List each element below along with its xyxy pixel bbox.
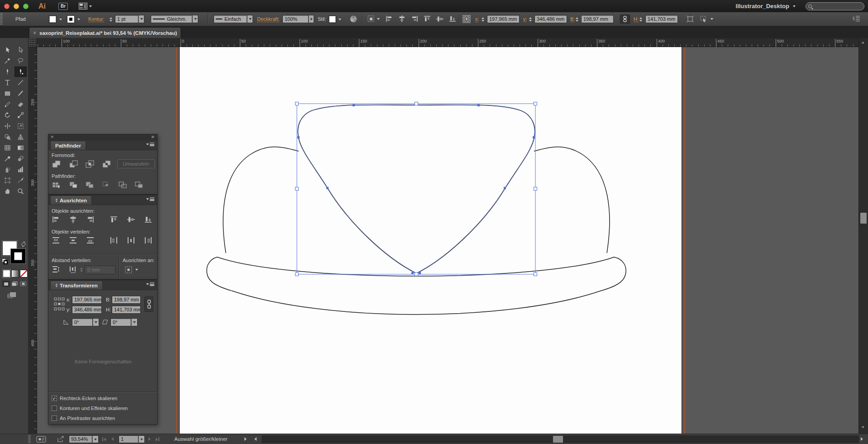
eraser-tool[interactable] [14, 99, 27, 110]
stroke-weight-stepper[interactable] [109, 15, 113, 23]
reference-point-locator-icon[interactable] [54, 297, 65, 311]
x-field[interactable]: 197,965 mm [487, 15, 520, 23]
scale-rect-corners-checkbox[interactable]: ✓ [52, 396, 57, 401]
chevron-down-icon[interactable] [377, 18, 380, 20]
panel-menu-icon[interactable] [146, 197, 154, 201]
isolate-selected-icon[interactable] [367, 15, 376, 23]
height-label[interactable]: H: [634, 16, 639, 22]
first-artboard-button[interactable] [102, 437, 106, 441]
chevron-down-icon[interactable] [793, 5, 796, 7]
style-swatch[interactable] [329, 15, 336, 23]
pathfinder-outline-button[interactable] [118, 181, 127, 189]
workspace-name[interactable]: Illustrator_Desktop [736, 3, 789, 10]
tab-close-icon[interactable]: × [33, 30, 36, 36]
draw-normal-mode-button[interactable] [2, 281, 10, 287]
transform-tab[interactable]: Transformieren [50, 281, 103, 290]
scale-strokes-effects-checkbox[interactable] [52, 406, 57, 411]
collapse-panels-icon[interactable]: » [151, 134, 154, 140]
slice-tool[interactable] [14, 175, 27, 186]
transform-x-field[interactable]: 197,965 mm [72, 296, 102, 304]
mesh-tool[interactable] [1, 143, 14, 153]
panel-expander-icon[interactable] [55, 198, 58, 202]
menubar-search-field[interactable] [806, 2, 864, 10]
hat-artwork[interactable] [37, 47, 858, 434]
transform-height-field[interactable]: 141,703 mm [112, 306, 141, 314]
align-right-button[interactable] [86, 216, 94, 223]
rotate-angle-dropdown[interactable] [93, 318, 99, 326]
align-pixel-grid-label[interactable]: An Pixelraster ausrichten [60, 415, 115, 421]
pathfinder-divide-button[interactable] [52, 181, 61, 189]
artboard-tool[interactable] [1, 175, 14, 186]
panel-menu-icon[interactable] [146, 282, 154, 286]
align-tab[interactable]: Ausrichten [50, 196, 92, 205]
horizontal-scroll-thumb[interactable] [553, 436, 563, 443]
pencil-tool[interactable] [1, 99, 14, 110]
align-bottom-button[interactable] [449, 15, 456, 22]
swap-fill-stroke-icon[interactable] [20, 241, 27, 247]
document-tab[interactable]: × saxoprint_Reiseplakat.ai* bei 93,54 % … [29, 27, 181, 38]
vertical-scroll-thumb[interactable] [860, 213, 867, 224]
align-horizontal-center-button[interactable] [398, 15, 405, 22]
y-stepper[interactable] [528, 15, 533, 23]
stroke-dropdown-icon[interactable] [77, 19, 80, 20]
rotate-tool[interactable] [1, 110, 14, 120]
distribute-left-button[interactable] [110, 237, 118, 244]
distribute-horizontal-center-button[interactable] [127, 237, 135, 244]
shear-angle-field[interactable]: 0° [110, 318, 131, 326]
default-fill-stroke-icon[interactable] [2, 258, 8, 264]
distribute-vertical-space-button[interactable] [52, 266, 60, 273]
brush-dropdown[interactable] [247, 15, 253, 23]
panel-expander-icon[interactable] [55, 283, 58, 287]
distribute-horizontal-space-button[interactable] [69, 266, 77, 273]
x-stepper[interactable] [481, 15, 485, 23]
paintbrush-tool[interactable] [14, 88, 27, 99]
stroke-weight-label[interactable]: Kontur: [88, 16, 104, 22]
draw-inside-mode-button[interactable] [19, 281, 27, 287]
window-zoom-button[interactable] [23, 4, 29, 9]
y-label[interactable]: y: [523, 16, 527, 22]
width-tool[interactable] [1, 121, 14, 131]
width-field[interactable]: 198,97 mm [581, 15, 614, 23]
spacing-field[interactable]: 0 mm [85, 266, 115, 274]
align-bottom-button[interactable] [144, 216, 152, 223]
stroke-weight-field[interactable]: 1 pt [115, 15, 138, 23]
previous-artboard-button[interactable] [111, 437, 114, 441]
bridge-button[interactable]: Br [58, 3, 68, 10]
brush-definition-field[interactable]: Einfach [214, 15, 247, 23]
align-right-button[interactable] [411, 15, 418, 22]
rectangle-tool[interactable] [1, 88, 14, 99]
scale-strokes-effects-label[interactable]: Konturen und Effekte skalieren [60, 406, 128, 411]
eyedropper-tool[interactable] [1, 153, 14, 164]
hat-crown-right-path[interactable] [534, 147, 610, 253]
magic-wand-tool[interactable] [1, 56, 14, 66]
stroke-proxy-swatch[interactable] [11, 249, 25, 263]
rotate-angle-field[interactable]: 0° [72, 318, 93, 326]
vertical-ruler[interactable]: 250 300 350 400 [29, 47, 37, 434]
controlbar-panel-menu-icon[interactable] [853, 16, 860, 21]
artboard-number-field[interactable]: 1 [119, 435, 138, 443]
selection-tool[interactable] [1, 45, 14, 55]
align-vertical-center-button[interactable] [127, 216, 135, 223]
shape-mode-exclude-button[interactable] [102, 160, 112, 168]
stroke-profile-dropdown[interactable] [192, 15, 198, 23]
distribute-vertical-center-button[interactable] [69, 237, 77, 244]
shape-mode-intersect-button[interactable] [85, 160, 95, 168]
screen-mode-button[interactable] [6, 291, 17, 300]
spacing-stepper[interactable] [79, 266, 84, 274]
scale-strokes-effects-icon[interactable] [686, 15, 694, 23]
share-export-icon[interactable] [57, 436, 65, 443]
scale-tool[interactable] [14, 110, 27, 120]
stroke-color-swatch[interactable] [67, 15, 75, 23]
color-button[interactable] [3, 270, 10, 277]
shape-mode-unite-button[interactable] [52, 160, 62, 168]
blend-tool[interactable] [14, 153, 27, 164]
line-segment-tool[interactable] [14, 77, 27, 88]
chevron-down-icon[interactable] [711, 18, 713, 20]
distribute-bottom-button[interactable] [86, 237, 94, 244]
last-artboard-button[interactable] [156, 437, 159, 441]
width-stepper[interactable] [575, 15, 579, 23]
stroke-profile-field[interactable]: Gleichm. [151, 15, 192, 23]
opacity-label[interactable]: Deckkraft: [257, 16, 280, 22]
width-label[interactable]: B: [570, 16, 575, 22]
column-graph-tool[interactable] [14, 164, 27, 175]
